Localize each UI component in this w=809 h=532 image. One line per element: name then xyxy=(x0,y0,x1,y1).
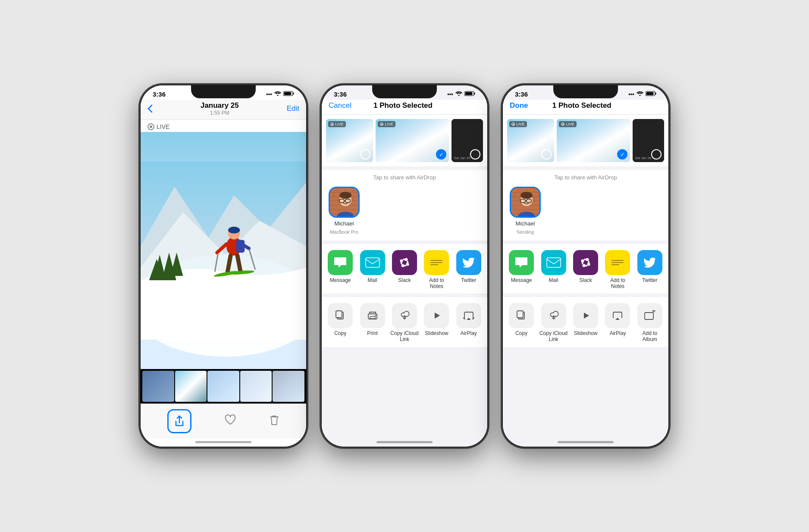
trash-button[interactable] xyxy=(269,414,279,429)
live-badge-small-2: LIVE xyxy=(378,121,395,127)
icloud-icon-3 xyxy=(541,303,566,328)
action-copy-3[interactable]: Copy xyxy=(507,303,536,343)
status-icons-1: ▪▪▪ xyxy=(266,91,294,97)
svg-rect-96 xyxy=(584,259,587,260)
empty-select-4 xyxy=(651,149,662,160)
michael-sub-3: Sending xyxy=(517,229,534,235)
thumb-4[interactable] xyxy=(240,371,272,402)
svg-rect-48 xyxy=(366,258,379,267)
app-twitter-3[interactable]: Twitter xyxy=(636,250,664,289)
picker-thumb-1[interactable]: LIVE xyxy=(326,119,373,162)
thumb-2[interactable] xyxy=(175,371,207,402)
phone3-screen: 3:36 ▪▪▪ Done 1 Photo Sele xyxy=(503,85,668,447)
bottom-toolbar xyxy=(141,404,306,438)
svg-point-84 xyxy=(521,192,533,199)
action-print[interactable]: Print xyxy=(358,303,386,343)
action-add-album-3[interactable]: Add to Album xyxy=(636,303,664,343)
app-slack[interactable]: Slack xyxy=(390,250,419,289)
picker-thumb-3-3[interactable]: Sat Jan 26 xyxy=(633,119,664,162)
airplay-icon xyxy=(456,303,481,328)
done-button[interactable]: Done xyxy=(510,101,528,110)
picker-thumb-3-1[interactable]: LIVE xyxy=(507,119,554,162)
slideshow-label-3: Slideshow xyxy=(574,330,598,336)
airdrop-people-3: Michael Sending xyxy=(510,185,662,236)
notes-icon xyxy=(424,250,449,275)
svg-marker-99 xyxy=(584,313,589,319)
action-icloud-3[interactable]: Copy iCloud Link xyxy=(539,303,568,343)
picker-thumb-2-selected[interactable]: LIVE ✓ xyxy=(376,119,449,162)
svg-rect-60 xyxy=(370,316,375,319)
slack-icon-3 xyxy=(573,250,598,275)
svg-rect-88 xyxy=(547,258,561,267)
battery-icon-3 xyxy=(646,91,656,97)
app-mail-3[interactable]: Mail xyxy=(539,250,568,289)
add-album-label: Add to Album xyxy=(636,330,664,343)
live-badge: LIVE xyxy=(141,120,306,132)
svg-rect-65 xyxy=(646,92,653,95)
photo-picker-2: LIVE LIVE ✓ xyxy=(322,115,487,166)
share-nav-title: 1 Photo Selected xyxy=(373,101,433,110)
svg-line-18 xyxy=(228,256,231,272)
thumb-1[interactable] xyxy=(142,371,174,402)
copy-icon xyxy=(328,303,353,328)
back-button[interactable] xyxy=(147,104,153,113)
check-selected: ✓ xyxy=(436,149,446,160)
app-twitter[interactable]: Twitter xyxy=(455,250,483,289)
status-time-1: 3:36 xyxy=(153,91,166,98)
notes-icon-3 xyxy=(605,250,630,275)
app-slack-3[interactable]: Slack xyxy=(571,250,600,289)
edit-button[interactable]: Edit xyxy=(287,104,299,113)
twitter-icon-3 xyxy=(637,250,662,275)
mail-icon-3 xyxy=(541,250,566,275)
cancel-button[interactable]: Cancel xyxy=(329,101,351,110)
app-twitter-label: Twitter xyxy=(461,277,476,283)
app-message-3[interactable]: Message xyxy=(507,250,536,289)
picker-thumb-3-2-selected[interactable]: LIVE ✓ xyxy=(557,119,630,162)
airdrop-person-michael-3[interactable]: Michael Sending xyxy=(510,187,541,235)
app-mail-label: Mail xyxy=(368,277,377,283)
app-mail[interactable]: Mail xyxy=(358,250,386,289)
action-slideshow[interactable]: Slideshow xyxy=(422,303,451,343)
add-album-icon xyxy=(637,303,662,328)
app-slack-label: Slack xyxy=(398,277,411,283)
app-message-label: Message xyxy=(330,277,351,283)
action-airplay-3[interactable]: AirPlay xyxy=(603,303,632,343)
svg-rect-94 xyxy=(584,265,587,267)
status-icons-3: ▪▪▪ xyxy=(628,91,656,97)
home-indicator-2 xyxy=(376,441,433,443)
live-badge-small-3: LIVE xyxy=(509,121,527,127)
svg-rect-98 xyxy=(517,311,523,318)
michael-sub: MacBook Pro xyxy=(330,229,358,235)
svg-marker-62 xyxy=(435,313,440,319)
airdrop-person-michael[interactable]: Michael MacBook Pro xyxy=(329,187,360,235)
phone-3: 3:36 ▪▪▪ Done 1 Photo Sele xyxy=(502,84,670,448)
share-button[interactable] xyxy=(167,409,191,433)
thumb-5[interactable] xyxy=(273,371,304,402)
svg-rect-24 xyxy=(474,93,475,95)
phone2-screen: 3:36 ▪▪▪ Cancel 1 Photo Se xyxy=(322,85,487,447)
svg-line-19 xyxy=(237,256,240,271)
check-selected-3: ✓ xyxy=(617,149,627,160)
picker-thumb-3[interactable]: Sat Jan 26 xyxy=(452,119,483,162)
app-share-row-2: Message Mail xyxy=(322,244,487,294)
app-notes[interactable]: Add to Notes xyxy=(422,250,451,289)
phone1-screen: 3:36 ▪▪▪ xyxy=(141,85,306,447)
app-message[interactable]: Message xyxy=(326,250,354,289)
icloud-label: Copy iCloud Link xyxy=(390,330,419,343)
dark-thumb-text: Sat Jan 26 xyxy=(454,156,470,160)
svg-rect-25 xyxy=(465,92,472,95)
nav-center: January 25 1:55 PM xyxy=(201,101,239,116)
action-slideshow-3[interactable]: Slideshow xyxy=(571,303,600,343)
action-airplay[interactable]: AirPlay xyxy=(455,303,483,343)
action-copy[interactable]: Copy xyxy=(326,303,354,343)
heart-button[interactable] xyxy=(224,414,236,429)
thumb-3[interactable] xyxy=(207,371,239,402)
app-notes-3[interactable]: Add to Notes xyxy=(603,250,632,289)
home-indicator-1 xyxy=(195,441,251,443)
phone-1: 3:36 ▪▪▪ xyxy=(139,84,307,448)
app-slack-label-3: Slack xyxy=(579,277,592,283)
wifi-icon-2 xyxy=(455,91,462,97)
signal-icon-2: ▪▪▪ xyxy=(447,91,453,97)
airplay-label-3: AirPlay xyxy=(609,330,626,336)
action-icloud[interactable]: Copy iCloud Link xyxy=(390,303,419,343)
